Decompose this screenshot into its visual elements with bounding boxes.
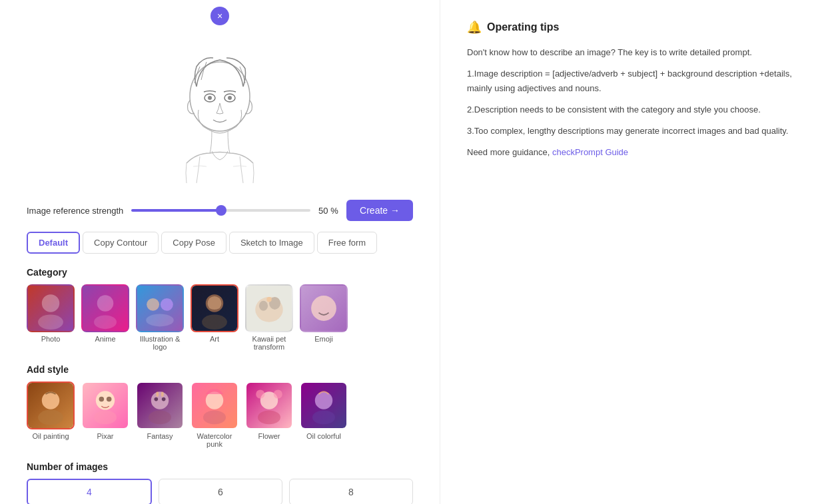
- svg-point-0: [190, 62, 250, 131]
- style-name-oil-colorful: Oil colorful: [306, 432, 341, 440]
- tips-body4: 3.Too complex, lengthy descriptions may …: [467, 124, 809, 138]
- category-row: Photo Anime: [27, 284, 413, 351]
- svg-point-37: [155, 397, 159, 401]
- style-item-oil-colorful[interactable]: Oil colorful: [300, 381, 348, 448]
- category-name-art: Art: [210, 335, 219, 343]
- right-panel: 🔔 Operating tips Don't know how to descr…: [440, 0, 836, 504]
- tab-free-form[interactable]: Free form: [317, 232, 377, 254]
- svg-point-23: [266, 297, 272, 302]
- svg-point-13: [147, 298, 159, 311]
- category-name-photo: Photo: [41, 335, 61, 343]
- svg-point-15: [146, 314, 174, 327]
- left-panel: ×: [0, 0, 440, 504]
- style-name-watercolor: Watercolor punk: [191, 432, 238, 448]
- style-img-oil: [27, 381, 75, 429]
- style-img-oil-colorful: [300, 381, 348, 429]
- num-images-row: 4 6 8: [27, 479, 413, 504]
- category-name-illustration: Illustration & logo: [136, 335, 184, 351]
- category-name-kawai: Kawaii pet transform: [245, 335, 293, 351]
- tips-body: Don't know how to describe an image? The…: [467, 45, 809, 160]
- svg-point-27: [42, 391, 59, 409]
- style-name-fantasy: Fantasy: [147, 432, 173, 440]
- category-img-illustration: [136, 284, 184, 332]
- category-item-art[interactable]: Art: [191, 284, 238, 351]
- tab-sketch-to-image[interactable]: Sketch to Image: [229, 232, 314, 254]
- category-img-kawai: [245, 284, 293, 332]
- svg-point-42: [206, 391, 223, 409]
- style-name-pixar: Pixar: [97, 432, 113, 440]
- strength-row: Image reference strength 50 % Create →: [27, 200, 413, 221]
- category-item-anime[interactable]: Anime: [81, 284, 129, 351]
- style-img-flower: [245, 381, 293, 429]
- svg-point-48: [258, 411, 280, 425]
- style-img-watercolor: [191, 381, 238, 429]
- svg-point-7: [42, 294, 59, 312]
- svg-point-25: [311, 296, 336, 321]
- style-row: Oil painting Pixar: [27, 381, 413, 448]
- svg-point-28: [38, 410, 63, 425]
- tips-header: 🔔 Operating tips: [467, 20, 809, 35]
- svg-point-31: [94, 411, 117, 425]
- style-item-watercolor[interactable]: Watercolor punk: [191, 381, 238, 448]
- num-btn-4[interactable]: 4: [27, 479, 152, 504]
- svg-rect-39: [156, 391, 159, 397]
- category-img-anime: [81, 284, 129, 332]
- category-img-photo: [27, 284, 75, 332]
- category-item-illustration[interactable]: Illustration & logo: [136, 284, 184, 351]
- svg-point-47: [274, 389, 282, 398]
- svg-point-43: [203, 411, 226, 425]
- svg-point-46: [256, 389, 264, 398]
- category-item-kawai[interactable]: Kawaii pet transform: [245, 284, 293, 351]
- strength-slider[interactable]: [131, 209, 310, 212]
- num-btn-6[interactable]: 6: [159, 479, 282, 504]
- bell-icon: 🔔: [467, 20, 482, 35]
- close-button[interactable]: ×: [210, 7, 229, 25]
- tips-title: Operating tips: [487, 21, 559, 33]
- tips-body2: 1.Image description = [adjective/adverb …: [467, 67, 809, 96]
- svg-point-18: [202, 314, 227, 330]
- style-item-flower[interactable]: Flower: [245, 381, 293, 448]
- svg-point-38: [162, 397, 166, 401]
- tab-copy-contour[interactable]: Copy Contour: [83, 232, 159, 254]
- svg-point-21: [259, 301, 268, 311]
- category-img-art: [191, 284, 238, 332]
- create-button[interactable]: Create →: [346, 200, 413, 221]
- svg-point-10: [97, 295, 114, 312]
- category-name-emoji: Emoji: [314, 335, 333, 343]
- svg-point-8: [38, 314, 63, 330]
- num-btn-8[interactable]: 8: [289, 479, 413, 504]
- category-name-anime: Anime: [95, 335, 115, 343]
- prompt-guide-link[interactable]: checkPrompt Guide: [552, 147, 628, 157]
- style-item-fantasy[interactable]: Fantasy: [136, 381, 184, 448]
- add-style-label: Add style: [27, 364, 413, 375]
- svg-point-4: [228, 96, 232, 100]
- category-img-emoji: [300, 284, 348, 332]
- tips-body3: 2.Description needs to be consistent wit…: [467, 103, 809, 117]
- svg-point-11: [94, 315, 117, 329]
- svg-point-51: [312, 411, 335, 425]
- svg-point-32: [99, 397, 105, 402]
- tips-body5: Need more guidance, checkPrompt Guide: [467, 145, 809, 160]
- tab-default[interactable]: Default: [27, 232, 80, 254]
- num-images-label: Number of images: [27, 461, 413, 472]
- style-item-pixar[interactable]: Pixar: [81, 381, 129, 448]
- svg-point-3: [208, 96, 212, 100]
- svg-rect-40: [161, 391, 164, 397]
- tabs-row: Default Copy Contour Copy Pose Sketch to…: [27, 232, 413, 254]
- tips-body1: Don't know how to describe an image? The…: [467, 45, 809, 60]
- category-label: Category: [27, 267, 413, 278]
- style-name-oil: Oil painting: [32, 432, 69, 440]
- style-item-oil[interactable]: Oil painting: [27, 381, 75, 448]
- tab-copy-pose[interactable]: Copy Pose: [161, 232, 226, 254]
- svg-point-36: [149, 411, 171, 425]
- category-item-photo[interactable]: Photo: [27, 284, 75, 351]
- svg-point-30: [96, 391, 115, 409]
- category-item-emoji[interactable]: Emoji: [300, 284, 348, 351]
- sketch-preview: [153, 40, 286, 186]
- strength-label: Image reference strength: [27, 206, 123, 216]
- svg-point-35: [151, 391, 169, 409]
- style-name-flower: Flower: [258, 432, 280, 440]
- svg-point-14: [161, 298, 173, 311]
- sketch-svg: [160, 43, 280, 183]
- strength-value: 50 %: [318, 206, 338, 216]
